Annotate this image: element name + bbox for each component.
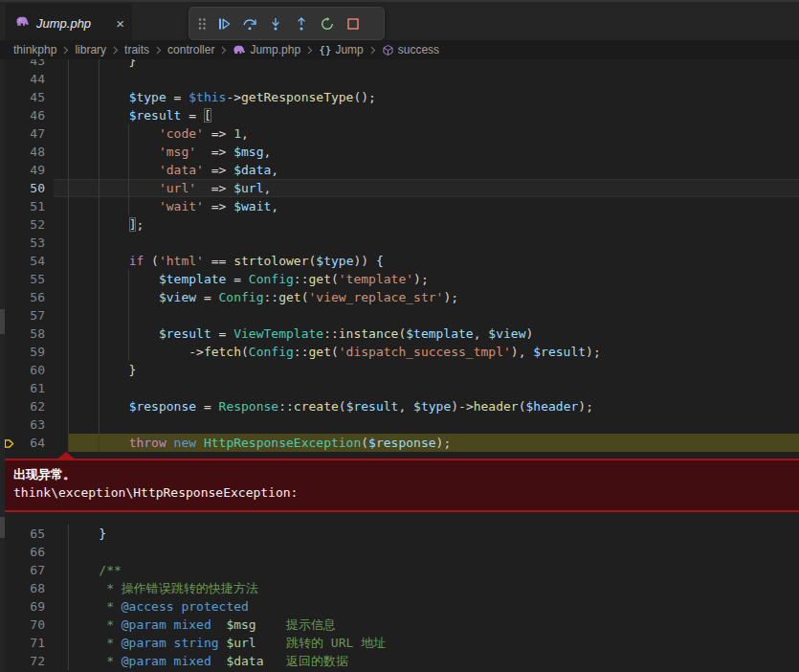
exception-title: 出现异常。 (13, 465, 799, 483)
code-line-51[interactable]: 51 'wait' => $wait, (0, 197, 799, 215)
line-number: 69 (0, 597, 45, 616)
toolbar-gripper-icon[interactable] (193, 13, 211, 34)
sidebar-edge-strip (0, 59, 5, 672)
code-line-53[interactable]: 53 (0, 234, 799, 252)
code-line-46[interactable]: 46 $result = [ (0, 106, 799, 124)
debug-step-over-button[interactable] (236, 11, 262, 36)
line-number: 63 (0, 415, 45, 434)
line-number: 43 (0, 59, 45, 70)
php-elephant-icon (233, 43, 246, 56)
code-line-70[interactable]: 70 * @param mixed $msg 提示信息 (0, 616, 799, 634)
code-line-54[interactable]: 54 if ('html' == strtolower($type)) { (0, 252, 799, 270)
code-line-57[interactable]: 57 (0, 306, 799, 325)
debug-stop-button[interactable] (340, 11, 366, 36)
code-line-71[interactable]: 71 * @param string $url 跳转的 URL 地址 (0, 634, 799, 652)
chevron-right-icon (59, 44, 72, 56)
breadcrumb-item-controller[interactable]: controller (167, 43, 214, 56)
braces-icon: {} (319, 44, 331, 56)
line-text: 'msg' => $msg, (69, 143, 271, 161)
code-line-64[interactable]: 64 throw new HttpResponseException($resp… (0, 434, 799, 452)
line-number: 47 (0, 124, 45, 143)
code-line-45[interactable]: 45 $type = $this->getResponseType(); (0, 88, 799, 106)
line-text: 'wait' => $wait, (69, 197, 278, 215)
breadcrumb-label: traits (124, 43, 149, 56)
debug-step-into-button[interactable] (262, 11, 288, 36)
code-line-65[interactable]: 65 } (0, 525, 799, 543)
line-number: 46 (0, 106, 45, 124)
code-line-60[interactable]: 60 } (0, 361, 799, 379)
breadcrumb-item-traits[interactable]: traits (124, 43, 149, 56)
line-text: $result = [ (69, 106, 211, 124)
code-line-66[interactable]: 66 (0, 543, 799, 561)
breadcrumb-label: thinkphp (13, 43, 56, 56)
debug-continue-button[interactable] (211, 11, 236, 36)
debug-step-out-button[interactable] (288, 11, 314, 36)
exception-widget: 出现异常。 think\exception\HttpResponseExcept… (0, 459, 799, 512)
line-text: } (69, 361, 136, 379)
line-number: 65 (0, 525, 45, 543)
code-line-56[interactable]: 56 $view = Config::get('view_replace_str… (0, 288, 799, 306)
line-text: $template = Config::get('template'); (69, 270, 429, 288)
code-line-68[interactable]: 68 * 操作错误跳转的快捷方法 (0, 579, 799, 597)
breadcrumb-item-success[interactable]: success (382, 43, 439, 56)
breadcrumb-item-jump-php[interactable]: Jump.php (233, 43, 300, 56)
tab-close-icon[interactable]: × (116, 16, 124, 31)
breadcrumb-label: Jump.php (250, 43, 300, 56)
code-line-48[interactable]: 48 'msg' => $msg, (0, 143, 799, 161)
line-text: } (69, 525, 106, 543)
breadcrumb-item-library[interactable]: library (75, 43, 106, 56)
line-number: 55 (0, 270, 45, 288)
line-number: 49 (0, 161, 45, 179)
breadcrumb-label: success (398, 43, 439, 56)
breadcrumb-label: controller (167, 43, 214, 56)
code-line-44[interactable]: 44 (0, 70, 799, 88)
line-text: 'data' => $data, (69, 161, 278, 179)
code-line-49[interactable]: 49 'data' => $data, (0, 161, 799, 179)
tab-jump-php[interactable]: Jump.php × (5, 4, 132, 42)
code-line-72[interactable]: 72 * @param mixed $data 返回的数据 (0, 652, 799, 670)
code-line-59[interactable]: 59 ->fetch(Config::get('dispatch_success… (0, 343, 799, 361)
line-number: 60 (0, 361, 45, 379)
line-text: * @param string $url 跳转的 URL 地址 (69, 634, 386, 652)
code-line-58[interactable]: 58 $result = ViewTemplate::instance($tem… (0, 325, 799, 343)
line-number: 59 (0, 343, 45, 361)
code-line-50[interactable]: 50 'url' => $url, (0, 179, 799, 197)
line-text: 'code' => 1, (69, 124, 249, 143)
debug-step-into-icon (268, 16, 283, 32)
sidebar-scrollbar-thumb[interactable] (0, 517, 5, 538)
code-line-63[interactable]: 63 (0, 415, 799, 434)
breadcrumb-item-thinkphp[interactable]: thinkphp (13, 43, 56, 56)
line-number: 44 (0, 70, 45, 88)
debug-restart-icon (320, 16, 335, 32)
code-line-67[interactable]: 67 /** (0, 561, 799, 579)
code-line-52[interactable]: 52 ]; (0, 215, 799, 234)
chevron-right-icon (217, 44, 230, 56)
code-editor[interactable]: 43 }4445 $type = $this->getResponseType(… (0, 59, 799, 672)
code-line-61[interactable]: 61 (0, 379, 799, 397)
code-section-bottom: 65 }6667 /**68 * 操作错误跳转的快捷方法69 * @access… (0, 525, 799, 670)
chevron-right-icon (303, 44, 316, 56)
php-elephant-icon (15, 14, 30, 33)
line-text: * 操作错误跳转的快捷方法 (69, 579, 258, 597)
code-line-69[interactable]: 69 * @access protected (0, 597, 799, 616)
code-section-top: 43 }4445 $type = $this->getResponseType(… (0, 59, 799, 452)
line-number: 51 (0, 197, 45, 215)
breadcrumb: thinkphplibrarytraitscontrollerJump.php{… (0, 40, 799, 59)
line-number: 72 (0, 652, 45, 670)
line-number: 62 (0, 397, 45, 415)
chevron-right-icon (366, 44, 379, 56)
line-number: 70 (0, 616, 45, 634)
debug-restart-button[interactable] (314, 11, 340, 36)
line-number: 53 (0, 234, 45, 252)
code-line-47[interactable]: 47 'code' => 1, (0, 124, 799, 143)
line-number: 56 (0, 288, 45, 306)
code-line-55[interactable]: 55 $template = Config::get('template'); (0, 270, 799, 288)
sidebar-scrollbar-thumb[interactable] (0, 309, 5, 334)
exception-detail: think\exception\HttpResponseException: (13, 483, 799, 502)
chevron-right-icon (152, 44, 165, 56)
code-line-43[interactable]: 43 } (0, 59, 799, 70)
code-line-62[interactable]: 62 $response = Response::create($result,… (0, 397, 799, 415)
line-number: 52 (0, 215, 45, 234)
line-number: 58 (0, 325, 45, 343)
breadcrumb-item-jump[interactable]: {}Jump (319, 43, 364, 56)
